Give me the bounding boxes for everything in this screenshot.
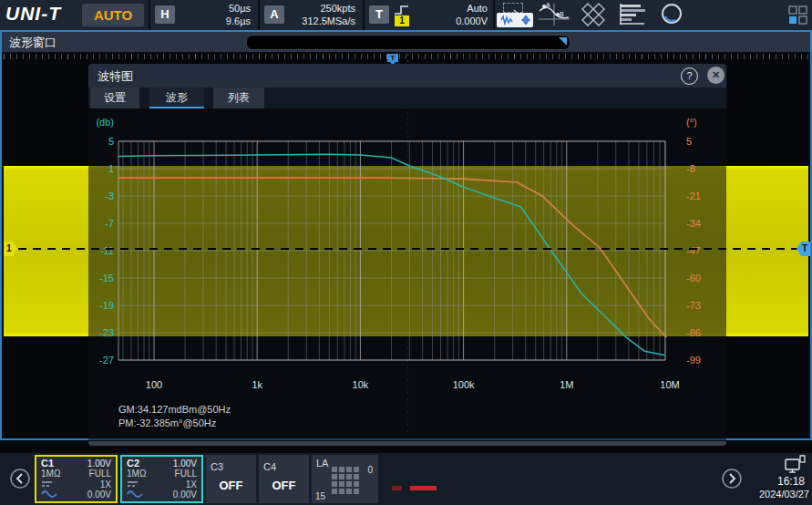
channel1-name: C1 <box>41 459 54 469</box>
trigger-sweep-value: Auto <box>456 2 488 15</box>
horizontal-section[interactable]: H 50µs 9.6µs <box>151 0 256 30</box>
horizontal-label: H <box>155 5 175 24</box>
la-name: LA <box>316 458 328 469</box>
channel2-panel[interactable]: C21.00V 1MΩFULL 1X 0.00V <box>120 455 203 503</box>
logic-analyzer-panel[interactable]: LA 0 15 <box>312 455 378 503</box>
la-bits-grid <box>332 467 359 494</box>
trigger-position-flag[interactable]: T <box>387 54 398 62</box>
channel2-impedance: 1MΩ <box>127 469 146 479</box>
svg-text:-3: -3 <box>105 191 114 201</box>
svg-text:-34: -34 <box>686 218 701 229</box>
svg-text:-73: -73 <box>686 300 701 311</box>
histogram-icon[interactable] <box>614 2 651 27</box>
svg-text:-8: -8 <box>686 163 695 174</box>
topbar-divider <box>493 0 495 30</box>
channel1-probe: 1X <box>100 479 111 490</box>
phase-curve <box>118 178 667 337</box>
waveform-window-title: 波形窗口 <box>9 35 57 51</box>
zoom-search-icon[interactable] <box>653 2 690 27</box>
toolbar-icons: AB <box>497 2 690 27</box>
gain-margin-readout: GM:34.127mdBm@50Hz <box>118 404 231 415</box>
dc-coupling-icon <box>41 479 53 490</box>
svg-text:(°): (°) <box>686 117 697 128</box>
svg-text:-7: -7 <box>105 218 114 229</box>
red-indicator-dash <box>392 486 402 490</box>
time-ruler <box>4 54 808 59</box>
topbar-divider <box>363 0 365 30</box>
svg-text:-27: -27 <box>99 355 114 366</box>
delay-value: 9.6µs <box>226 15 251 27</box>
svg-text:-11: -11 <box>100 245 114 256</box>
channel4-name: C4 <box>263 461 276 472</box>
svg-text:10k: 10k <box>353 379 369 390</box>
svg-text:(db): (db) <box>96 117 114 128</box>
topbar: UNI-T AUTO H 50µs 9.6µs A 250kpts 312.5M… <box>0 0 812 30</box>
svg-text:B: B <box>560 11 564 17</box>
select-tool-icon <box>503 3 523 13</box>
la-low-bit: 15 <box>315 491 325 501</box>
bode-plot-canvas: (db)51-3-7-11-15-19-23-27(°)5-8-21-34-47… <box>88 64 726 446</box>
trigger-level-value: 0.000V <box>456 15 488 27</box>
topbar-divider <box>258 0 260 30</box>
display-grid-icon[interactable] <box>788 5 807 28</box>
trigger-section[interactable]: T 1 Auto 0.000V <box>365 0 493 30</box>
channel1-bandwidth: FULL <box>89 469 111 479</box>
svg-text:100: 100 <box>146 379 162 390</box>
bottombar: C11.00V 1MΩFULL 1X 0.00V C21.00V 1MΩFULL… <box>0 453 812 505</box>
channel2-scale: 1.00V <box>173 459 197 469</box>
dialog-bottom-strip <box>88 441 726 446</box>
phase-margin-readout: PM:-32.385m°@50Hz <box>118 417 216 428</box>
bode-dialog: 波特图 ? ✕ 设置 波形 列表 (db)51-3-7-11-15-19-23-… <box>88 64 726 446</box>
svg-text:5: 5 <box>686 136 692 147</box>
channel3-panel[interactable]: C3 OFF <box>206 455 256 503</box>
svg-text:-23: -23 <box>99 327 114 338</box>
red-indicator-dash <box>410 486 437 490</box>
topbar-divider <box>149 0 150 30</box>
channel2-offset: 0.00V <box>173 490 197 500</box>
svg-text:-99: -99 <box>686 355 701 366</box>
horizontal-position-bar[interactable] <box>246 35 570 50</box>
timebase-value: 50µs <box>226 2 251 15</box>
svg-text:-86: -86 <box>686 327 701 338</box>
sample-rate-value: 312.5MSa/s <box>302 15 355 27</box>
channel3-name: C3 <box>211 461 223 472</box>
la-high-bit: 0 <box>367 465 373 475</box>
channel1-level-line <box>4 248 798 250</box>
svg-text:-19: -19 <box>99 300 114 311</box>
svg-text:-15: -15 <box>99 273 114 283</box>
select-and-drag-tool[interactable] <box>497 2 533 27</box>
wave-drag-icon <box>497 13 533 27</box>
channel2-name: C2 <box>127 459 139 469</box>
svg-text:5: 5 <box>108 136 114 147</box>
channel1-offset: 0.00V <box>87 490 111 500</box>
channel1-panel[interactable]: C11.00V 1MΩFULL 1X 0.00V <box>35 455 118 503</box>
svg-text:100k: 100k <box>453 379 475 390</box>
svg-text:-60: -60 <box>686 273 701 283</box>
sine-wave-icon <box>41 490 58 500</box>
channel2-probe: 1X <box>186 479 197 490</box>
oscilloscope-screen: UNI-T AUTO H 50µs 9.6µs A 250kpts 312.5M… <box>0 0 812 505</box>
memory-depth-value: 250kpts <box>302 2 355 15</box>
svg-text:-47: -47 <box>686 245 701 256</box>
channel4-state: OFF <box>272 479 296 492</box>
channel1-impedance: 1MΩ <box>41 469 60 479</box>
svg-text:1: 1 <box>108 163 114 174</box>
svg-text:-21: -21 <box>686 191 701 201</box>
trigger-label: T <box>369 5 389 24</box>
clock-panel[interactable]: 16:18 2024/03/27 <box>747 453 812 505</box>
acquire-section[interactable]: A 250kpts 312.5MSa/s <box>261 0 361 30</box>
svg-text:1k: 1k <box>252 379 262 390</box>
svg-text:A: A <box>546 2 550 8</box>
svg-text:10M: 10M <box>660 379 679 390</box>
chevron-left-icon[interactable] <box>10 469 30 489</box>
cursor-measure-icon[interactable]: AB <box>536 2 572 27</box>
waveform-window-header: 波形窗口 <box>2 32 810 53</box>
xy-mode-icon[interactable] <box>575 2 612 27</box>
chevron-right-icon[interactable] <box>722 469 742 489</box>
dc-coupling-icon <box>127 479 139 490</box>
waveform-window: 波形窗口 T 波特图 ? ✕ 设置 波形 列表 (db)51-3-7-11-15… <box>0 30 812 440</box>
brand-logo: UNI-T <box>5 3 61 25</box>
auto-mode-button[interactable]: AUTO <box>82 4 144 26</box>
channel4-panel[interactable]: C4 OFF <box>259 455 309 503</box>
sine-wave-icon <box>127 490 144 500</box>
